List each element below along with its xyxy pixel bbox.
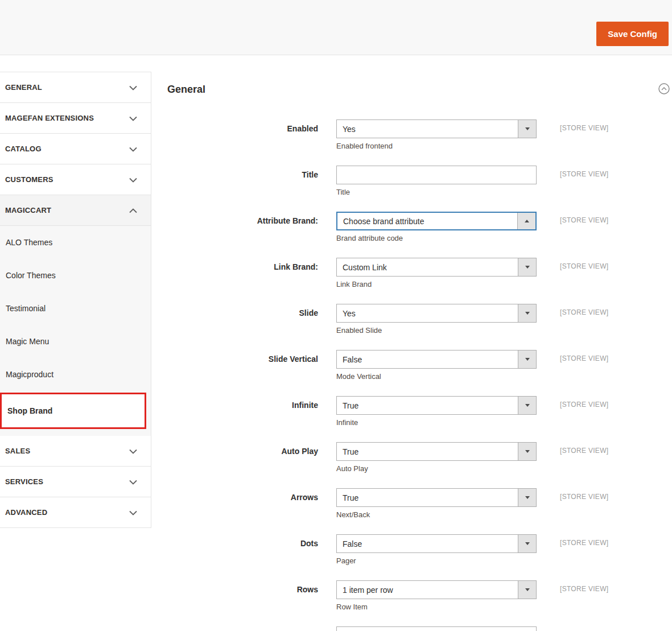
field-row: Attribute Brand: Choose brand attribute … bbox=[151, 212, 672, 242]
scope-label: [STORE VIEW] bbox=[560, 580, 608, 611]
sidebar-section[interactable]: CATALOG bbox=[0, 134, 151, 164]
sidebar-subitem[interactable]: Magic Menu bbox=[0, 325, 151, 358]
save-config-button[interactable]: Save Config bbox=[596, 22, 669, 46]
field-select[interactable] bbox=[336, 626, 537, 631]
sidebar-subitem[interactable]: Color Themes bbox=[0, 259, 151, 292]
sidebar-section-label: SERVICES bbox=[5, 477, 43, 486]
sidebar-top-sections: GENERAL MAGEFAN EXTENSIONS CATALOG CUSTO… bbox=[0, 72, 151, 195]
select-arrow-icon bbox=[518, 443, 536, 460]
field-control: Choose brand attribute Brand attribute c… bbox=[336, 212, 537, 242]
field-note: Row Item bbox=[336, 603, 537, 611]
field-label: Dots bbox=[151, 534, 327, 565]
scope-label: [STORE VIEW] bbox=[560, 119, 608, 150]
chevron-up-icon bbox=[129, 205, 137, 216]
sidebar-bottom-sections: SALES SERVICES ADVANCED bbox=[0, 436, 151, 528]
chevron-down-icon bbox=[129, 446, 137, 456]
field-control: False Mode Vertical bbox=[336, 350, 537, 381]
field-rows: Enabled Yes Enabled frontend [STORE VIEW… bbox=[151, 119, 672, 611]
field-select[interactable]: False bbox=[336, 350, 537, 369]
field-select[interactable]: False bbox=[336, 534, 537, 553]
field-control: Yes Enabled frontend bbox=[336, 119, 537, 150]
sidebar-subitem-list: ALO Themes Color Themes Testimonial Magi… bbox=[0, 226, 151, 391]
select-arrow-icon bbox=[518, 581, 536, 599]
scope-label: [STORE VIEW] bbox=[560, 304, 608, 335]
field-select[interactable]: 1 item per row bbox=[336, 580, 537, 599]
sidebar-section-label: MAGICCART bbox=[5, 206, 51, 215]
scope-label: [STORE VIEW] bbox=[560, 488, 608, 519]
field-row: Enabled Yes Enabled frontend [STORE VIEW… bbox=[151, 119, 672, 150]
sidebar-subitem-shop-brand[interactable]: Shop Brand bbox=[0, 393, 146, 429]
sidebar-section[interactable]: SERVICES bbox=[0, 467, 151, 497]
field-note: Next/Back bbox=[336, 510, 537, 519]
field-row: Arrows True Next/Back [STORE VIEW] bbox=[151, 488, 672, 519]
select-value: False bbox=[343, 539, 362, 548]
select-arrow-icon bbox=[518, 535, 536, 552]
scope-label: [STORE VIEW] bbox=[560, 212, 608, 242]
field-row: Slide Vertical False Mode Vertical [STOR… bbox=[151, 350, 672, 381]
chevron-down-icon bbox=[129, 83, 137, 93]
sidebar-section-label: CUSTOMERS bbox=[5, 175, 53, 184]
sidebar-section-magiccart[interactable]: MAGICCART bbox=[0, 195, 151, 226]
field-select[interactable]: True bbox=[336, 442, 537, 461]
config-content: General Enabled Yes Enabled frontend [ST… bbox=[151, 55, 672, 631]
sidebar-subitem[interactable]: ALO Themes bbox=[0, 226, 151, 259]
field-label: Title bbox=[151, 166, 327, 196]
chevron-down-icon bbox=[129, 113, 137, 123]
sidebar-subitem[interactable]: Testimonial bbox=[0, 292, 151, 325]
field-control: False Pager bbox=[336, 534, 537, 565]
field-label: Rows bbox=[151, 580, 327, 611]
scope-label: [STORE VIEW] bbox=[560, 534, 608, 565]
scope-label: [STORE VIEW] bbox=[560, 442, 608, 473]
field-label bbox=[151, 626, 327, 631]
main-layout: GENERAL MAGEFAN EXTENSIONS CATALOG CUSTO… bbox=[0, 55, 672, 631]
field-control: True Next/Back bbox=[336, 488, 537, 519]
sidebar-subitems: ALO Themes Color Themes Testimonial Magi… bbox=[0, 226, 151, 436]
field-row: Auto Play True Auto Play [STORE VIEW] bbox=[151, 442, 672, 473]
field-note: Infinite bbox=[336, 418, 537, 427]
sidebar-section[interactable]: CUSTOMERS bbox=[0, 164, 151, 195]
field-select[interactable]: True bbox=[336, 396, 537, 415]
config-sidebar: GENERAL MAGEFAN EXTENSIONS CATALOG CUSTO… bbox=[0, 72, 151, 528]
sidebar-section[interactable]: SALES bbox=[0, 436, 151, 467]
field-note: Brand attribute code bbox=[336, 234, 537, 242]
field-text-input[interactable] bbox=[336, 166, 537, 184]
select-arrow-icon bbox=[518, 120, 536, 138]
field-control: True Auto Play bbox=[336, 442, 537, 473]
field-select[interactable]: True bbox=[336, 488, 537, 507]
sidebar-section-label: CATALOG bbox=[5, 145, 42, 153]
sidebar-section-label: GENERAL bbox=[5, 83, 42, 92]
field-control: Title bbox=[336, 166, 537, 196]
select-value: 1 item per row bbox=[343, 585, 393, 595]
field-select[interactable]: Custom Link bbox=[336, 258, 537, 277]
field-label: Slide Vertical bbox=[151, 350, 327, 381]
sidebar-subitem[interactable]: Magicproduct bbox=[0, 358, 151, 391]
select-arrow-icon bbox=[518, 304, 536, 322]
scope-label: [STORE VIEW] bbox=[560, 166, 608, 196]
field-select[interactable]: Yes bbox=[336, 304, 537, 323]
section-title: General bbox=[167, 84, 672, 96]
sidebar-section[interactable]: GENERAL bbox=[0, 72, 151, 103]
field-label: Attribute Brand: bbox=[151, 212, 327, 242]
select-value: Yes bbox=[343, 309, 356, 318]
sidebar-section[interactable]: ADVANCED bbox=[0, 497, 151, 528]
field-label: Auto Play bbox=[151, 442, 327, 473]
select-arrow-icon bbox=[518, 350, 536, 368]
select-value: True bbox=[343, 401, 358, 410]
select-value: Choose brand attribute bbox=[343, 217, 424, 226]
field-select[interactable]: Choose brand attribute bbox=[336, 212, 537, 230]
scope-label: [STORE VIEW] bbox=[560, 396, 608, 427]
field-row: Slide Yes Enabled Slide [STORE VIEW] bbox=[151, 304, 672, 335]
field-note: Pager bbox=[336, 556, 537, 565]
select-value: Yes bbox=[343, 125, 356, 134]
select-arrow-icon bbox=[518, 489, 536, 506]
sidebar-section[interactable]: MAGEFAN EXTENSIONS bbox=[0, 103, 151, 134]
field-control: Yes Enabled Slide bbox=[336, 304, 537, 335]
chevron-down-icon bbox=[129, 144, 137, 154]
select-arrow-icon bbox=[517, 213, 535, 229]
field-control: Custom Link Link Brand bbox=[336, 258, 537, 288]
field-control: 1 item per row Row Item bbox=[336, 580, 537, 611]
select-value: True bbox=[343, 493, 358, 502]
field-select[interactable]: Yes bbox=[336, 119, 537, 138]
collapse-section-button[interactable] bbox=[658, 83, 670, 95]
field-control: True Infinite bbox=[336, 396, 537, 427]
